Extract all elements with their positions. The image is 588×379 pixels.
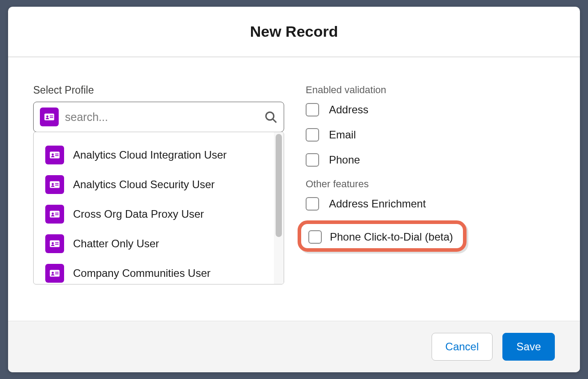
cancel-button[interactable]: Cancel xyxy=(432,333,493,361)
profile-option[interactable]: Company Communities User xyxy=(34,258,274,284)
contact-card-icon xyxy=(45,146,64,164)
scrollbar-thumb[interactable] xyxy=(276,134,282,237)
svg-line-5 xyxy=(273,119,277,123)
checkbox-address-enrichment[interactable] xyxy=(306,197,319,211)
select-profile-label: Select Profile xyxy=(33,84,284,96)
profile-option-label: Analytics Cloud Integration User xyxy=(73,149,227,161)
other-features-section: Other features Address Enrichment Phone … xyxy=(306,178,555,252)
profile-option[interactable]: Analytics Cloud Security User xyxy=(34,170,274,199)
contact-card-icon xyxy=(45,264,64,283)
svg-rect-6 xyxy=(50,151,60,158)
svg-point-7 xyxy=(52,154,54,156)
checkbox-phone[interactable] xyxy=(306,153,319,167)
svg-rect-9 xyxy=(55,155,59,156)
svg-rect-0 xyxy=(44,113,54,120)
svg-rect-12 xyxy=(55,183,59,184)
svg-rect-13 xyxy=(55,185,59,185)
profile-option[interactable]: Analytics Cloud Integration User xyxy=(34,140,274,170)
svg-point-11 xyxy=(52,183,54,185)
validation-address-row[interactable]: Address xyxy=(306,103,555,116)
svg-point-1 xyxy=(46,116,48,118)
profile-option-label: Cross Org Data Proxy User xyxy=(73,208,204,220)
svg-point-23 xyxy=(52,272,54,274)
select-profile-section: Select Profile Analytics Cloud Integrati… xyxy=(33,84,284,303)
right-column: Enabled validation Address Email Phone O… xyxy=(306,84,555,303)
checkbox-email-label: Email xyxy=(329,129,356,141)
svg-point-15 xyxy=(52,213,54,215)
profile-dropdown: Analytics Cloud Integration User Analyti… xyxy=(33,132,284,284)
checkbox-phone-click-to-dial-label: Phone Click-to-Dial (beta) xyxy=(330,231,453,243)
svg-point-19 xyxy=(52,242,54,245)
contact-card-icon xyxy=(45,234,64,253)
checkbox-address[interactable] xyxy=(306,103,319,116)
svg-rect-20 xyxy=(55,242,59,243)
svg-rect-10 xyxy=(50,181,60,188)
save-button[interactable]: Save xyxy=(502,333,555,361)
modal-body: Select Profile Analytics Cloud Integrati… xyxy=(8,57,580,321)
svg-rect-17 xyxy=(55,214,59,215)
svg-rect-3 xyxy=(50,117,53,118)
svg-rect-21 xyxy=(55,244,59,245)
new-record-modal: New Record Select Profile Analytics Clou… xyxy=(8,7,580,372)
svg-rect-24 xyxy=(55,272,59,273)
svg-rect-22 xyxy=(50,270,60,276)
modal-header: New Record xyxy=(8,7,580,57)
other-features-label: Other features xyxy=(306,178,555,190)
svg-rect-25 xyxy=(55,273,59,274)
modal-title: New Record xyxy=(19,23,569,40)
svg-rect-18 xyxy=(50,240,60,247)
checkbox-address-label: Address xyxy=(329,103,368,116)
validation-email-row[interactable]: Email xyxy=(306,128,555,142)
svg-rect-16 xyxy=(55,213,59,214)
profile-option-label: Chatter Only User xyxy=(73,237,159,250)
checkbox-phone-click-to-dial[interactable] xyxy=(308,230,322,244)
feature-address-enrichment-row[interactable]: Address Enrichment xyxy=(306,197,555,211)
feature-phone-click-to-dial-highlight: Phone Click-to-Dial (beta) xyxy=(298,220,467,252)
validation-phone-row[interactable]: Phone xyxy=(306,153,555,167)
svg-rect-14 xyxy=(50,211,60,217)
profile-option[interactable]: Cross Org Data Proxy User xyxy=(34,199,274,229)
profile-search-field[interactable] xyxy=(33,102,284,132)
search-icon[interactable] xyxy=(264,110,277,124)
svg-rect-2 xyxy=(50,116,53,116)
contact-card-icon xyxy=(45,175,64,194)
svg-rect-8 xyxy=(55,154,59,155)
modal-footer: Cancel Save xyxy=(8,321,580,372)
profile-option-label: Analytics Cloud Security User xyxy=(73,178,215,191)
dropdown-scrollbar[interactable] xyxy=(274,132,284,284)
enabled-validation-label: Enabled validation xyxy=(306,84,555,96)
checkbox-phone-label: Phone xyxy=(329,154,360,166)
checkbox-email[interactable] xyxy=(306,128,319,142)
svg-point-4 xyxy=(266,112,274,120)
profile-option[interactable]: Chatter Only User xyxy=(34,229,274,258)
profile-dropdown-list[interactable]: Analytics Cloud Integration User Analyti… xyxy=(34,132,274,284)
contact-card-icon xyxy=(45,205,64,224)
checkbox-address-enrichment-label: Address Enrichment xyxy=(329,198,426,210)
profile-search-input[interactable] xyxy=(59,111,264,124)
profile-option-label: Company Communities User xyxy=(73,267,211,280)
contact-card-icon xyxy=(40,108,59,126)
